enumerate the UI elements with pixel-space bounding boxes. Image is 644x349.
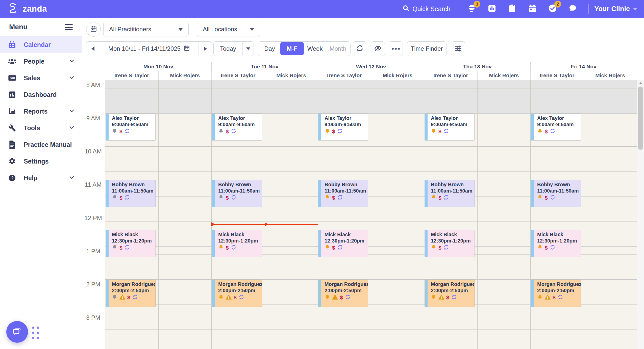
billing-icon: $ (226, 129, 229, 134)
date-range-button[interactable]: Mon 10/11 - Fri 14/11/2025 (100, 42, 198, 56)
warning-icon (119, 294, 125, 301)
locations-filter-select[interactable]: All Locations (197, 22, 260, 37)
view-day-button[interactable]: Day (259, 42, 280, 55)
appointment[interactable]: Alex Taylor9:00am-9:50am$ (425, 114, 475, 141)
appointment-icons: $ (537, 195, 579, 201)
calendar-header: Mon 10 NovTue 11 NovWed 12 NovThu 13 Nov… (82, 62, 644, 80)
hour-label: 4 PM (82, 347, 104, 349)
collapse-menu-button[interactable] (65, 24, 73, 30)
recurring-icon (231, 245, 236, 251)
hide-cancelled-button[interactable] (371, 41, 385, 56)
appointment-icons: $ (431, 195, 473, 201)
calendar-settings-button[interactable] (451, 41, 465, 56)
widget-drag-handle[interactable] (32, 327, 39, 339)
waitlist-button[interactable]: 3 (465, 3, 478, 15)
billing-icon: $ (545, 129, 548, 134)
clinic-menu-button[interactable]: Your Clinic (594, 5, 637, 13)
recurring-icon (345, 294, 351, 301)
scrollbar-thumb[interactable] (638, 87, 643, 150)
appointment[interactable]: Alex Taylor9:00am-9:50am$ (531, 114, 581, 141)
appointment[interactable]: Morgan Rodriguez2:00pm-2:50pm$ (318, 280, 368, 307)
appointment-client-name: Alex Taylor (112, 115, 154, 121)
sidebar-item-calendar[interactable]: Calendar (0, 36, 82, 53)
view-month-button[interactable]: Month (326, 42, 350, 55)
appointment[interactable]: Morgan Rodriguez2:00pm-2:50pm$ (212, 280, 262, 307)
appointment[interactable]: Alex Taylor9:00am-9:50am$ (106, 114, 156, 141)
appointment[interactable]: Mick Black12:30pm-1:20pm$ (212, 230, 262, 257)
svg-text:$: $ (10, 76, 12, 80)
hour-label: 2 PM (82, 281, 104, 288)
appointment-time: 11:00am-11:50am (325, 188, 366, 194)
appointment[interactable]: Mick Black12:30pm-1:20pm$ (318, 230, 368, 257)
appointment[interactable]: Morgan Rodriguez2:00pm-2:50pm$ (425, 280, 475, 307)
sidebar-item-label: Tools (24, 124, 69, 132)
sliders-icon (454, 44, 462, 53)
appointment-time: 2:00pm-2:50pm (325, 287, 366, 294)
today-button[interactable]: Today (214, 42, 242, 56)
sidebar-item-people[interactable]: People (0, 53, 82, 70)
appointment[interactable]: Bobby Brown11:00am-11:50am$ (106, 180, 156, 207)
reminder-bell-icon (218, 128, 224, 135)
appointment-client-name: Alex Taylor (218, 115, 260, 121)
recurring-icon (337, 245, 343, 251)
sidebar-item-reports[interactable]: Reports (0, 103, 82, 120)
appointment-icons: $ (112, 245, 154, 251)
today-label: Today (220, 45, 236, 52)
top-navbar: zanda Quick Search 3 (0, 0, 644, 18)
billing-icon: $ (226, 195, 229, 201)
column-divider (477, 80, 478, 349)
appointment-client-name: Alex Taylor (431, 115, 473, 121)
notes-nav-button[interactable] (506, 3, 518, 15)
time-finder-button[interactable]: Time Finder (407, 41, 447, 56)
recurring-icon (239, 294, 244, 301)
messages-button[interactable] (566, 3, 579, 15)
appointment[interactable]: Alex Taylor9:00am-9:50am$ (212, 114, 262, 141)
practitioners-filter-select[interactable]: All Practitioners (103, 22, 189, 37)
sidebar-item-dashboard[interactable]: Dashboard (0, 86, 82, 103)
day-header-thu-13-nov: Thu 13 Nov (424, 62, 530, 71)
view-week-button[interactable]: Week (304, 42, 326, 55)
vertical-scrollbar[interactable] (637, 80, 644, 349)
sidebar-item-settings[interactable]: Settings (0, 153, 82, 170)
chat-bubbles-icon (12, 326, 23, 338)
reports-nav-button[interactable] (486, 3, 498, 15)
next-week-button[interactable] (198, 42, 212, 56)
scroll-up-arrow-icon[interactable] (639, 82, 642, 84)
appointment-icons: $ (537, 245, 579, 251)
appointment-flag-strip (106, 280, 109, 307)
more-options-button[interactable] (389, 41, 403, 56)
mini-calendar-button[interactable] (86, 22, 101, 37)
appointment[interactable]: Morgan Rodriguez2:00pm-2:50pm$ (531, 280, 581, 307)
hour-label: 10 AM (82, 148, 104, 155)
billing-icon: $ (438, 245, 441, 251)
appointment[interactable]: Bobby Brown11:00am-11:50am$ (212, 180, 262, 207)
appointment[interactable]: Bobby Brown11:00am-11:50am$ (425, 180, 475, 207)
today-dropdown-button[interactable] (242, 42, 254, 56)
appointment[interactable]: Bobby Brown11:00am-11:50am$ (531, 180, 581, 207)
appointment-client-name: Morgan Rodriguez (537, 281, 579, 287)
warning-icon (438, 294, 444, 301)
appointment[interactable]: Mick Black12:30pm-1:20pm$ (106, 230, 156, 257)
appointment-time: 12:30pm-1:20pm (431, 238, 473, 244)
appointment[interactable]: Bobby Brown11:00am-11:50am$ (318, 180, 368, 207)
calendar-icon (184, 45, 190, 53)
calendar-nav-button[interactable] (526, 3, 539, 15)
view-mf-button[interactable]: M-F (280, 42, 304, 55)
sidebar-item-sales[interactable]: $Sales (0, 70, 82, 86)
support-chat-button[interactable] (6, 321, 28, 343)
quick-search-button[interactable]: Quick Search (403, 5, 450, 13)
prev-week-button[interactable] (86, 42, 100, 56)
tasks-button[interactable]: 2 (546, 3, 559, 15)
appointment[interactable]: Alex Taylor9:00am-9:50am$ (318, 114, 368, 141)
refresh-button[interactable] (353, 41, 367, 56)
reminder-bell-icon (112, 195, 117, 201)
appointment[interactable]: Mick Black12:30pm-1:20pm$ (531, 230, 581, 257)
sidebar-item-help[interactable]: ?Help (0, 170, 82, 186)
calendar-grid[interactable]: 8 AM9 AM10 AM11 AM12 PM1 PM2 PM3 PM4 PMA… (82, 80, 644, 349)
day-header-mon-10-nov: Mon 10 Nov (105, 62, 211, 71)
appointment[interactable]: Mick Black12:30pm-1:20pm$ (425, 230, 475, 257)
sidebar-item-tools[interactable]: Tools (0, 120, 82, 136)
appointment[interactable]: Morgan Rodriguez2:00pm-2:50pm$ (106, 280, 156, 307)
recurring-icon (558, 294, 563, 301)
sidebar-item-practice-manual[interactable]: Practice Manual (0, 136, 82, 153)
